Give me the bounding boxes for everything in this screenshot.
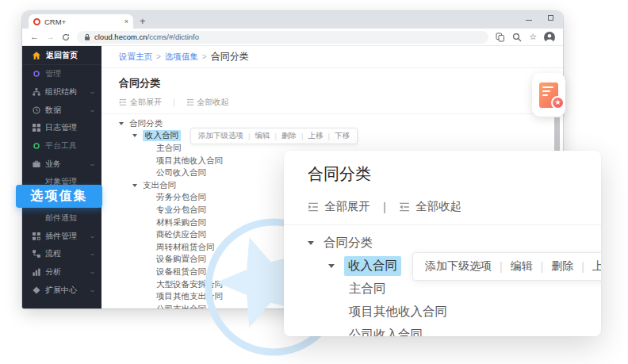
- expand-icon: [33, 286, 40, 294]
- collapse-all-icon: [186, 98, 194, 106]
- overlay-collapse-all-button[interactable]: 全部收起: [399, 199, 461, 214]
- stage: CRM+ × + ← → cloud.hecom.cn/ccms/#/dic: [0, 0, 628, 364]
- tree-node-label[interactable]: 项目其他支出合同: [156, 291, 223, 302]
- tree-node-label[interactable]: 收入合同: [143, 130, 181, 141]
- tree-caret-box[interactable]: [132, 184, 143, 187]
- tree-caret-box[interactable]: [132, 134, 143, 137]
- collapse-all-button[interactable]: 全部收起: [186, 97, 229, 108]
- tree-node[interactable]: 项目其他收入合同: [308, 301, 601, 324]
- sidebar-item-流程[interactable]: 流程⌄: [22, 245, 101, 263]
- tree-node-label[interactable]: 合同分类: [324, 235, 373, 251]
- sidebar-home-label: 返回首页: [46, 50, 78, 61]
- sidebar-item-扩展中心[interactable]: 扩展中心⌄: [22, 281, 101, 299]
- zoom-icon[interactable]: [512, 33, 522, 42]
- overlay-collapse-all-label: 全部收起: [415, 199, 461, 214]
- star-badge-icon: ★: [551, 96, 565, 109]
- expand-all-label: 全部展开: [130, 97, 162, 108]
- sidebar-callout-option-value-set[interactable]: 选项值集: [16, 185, 102, 208]
- toolbar-separator: |: [173, 98, 175, 107]
- action-删除[interactable]: 删除: [281, 131, 297, 141]
- tree-node-label[interactable]: 公司支出合同: [156, 304, 206, 308]
- overlay-toolbar-separator: |: [383, 200, 386, 213]
- sidebar-item-分析[interactable]: 分析⌄: [22, 263, 101, 282]
- url-bar[interactable]: cloud.hecom.cn/ccms/#/dictinfo: [77, 31, 488, 44]
- overlay-toolbar: 全部展开 | 全部收起: [308, 199, 601, 214]
- sidebar-item-管理[interactable]: 管理: [22, 65, 101, 83]
- tab-close-icon[interactable]: ×: [124, 18, 128, 25]
- document-icon: ★: [539, 82, 558, 108]
- bookmark-star-icon[interactable]: ☆: [529, 33, 537, 41]
- new-tab-button[interactable]: +: [140, 16, 146, 26]
- profile-avatar[interactable]: [544, 32, 555, 43]
- tree-node-label[interactable]: 主合同: [349, 281, 386, 297]
- refresh-icon[interactable]: [62, 33, 70, 41]
- tree-node-label[interactable]: 合同分类: [129, 118, 163, 129]
- tree-node-label[interactable]: 公司收入合同: [349, 327, 423, 336]
- tree-node-label[interactable]: 支出合同: [143, 180, 176, 191]
- action-编辑[interactable]: 编辑: [511, 259, 533, 274]
- tree-node[interactable]: 收入合同添加下级选项|编辑|删除|上移|下移: [308, 255, 601, 278]
- overlay-title: 合同分类: [308, 163, 601, 185]
- action-下移[interactable]: 下移: [335, 131, 350, 141]
- tree-node[interactable]: 主合同: [308, 278, 601, 301]
- tree-node-label[interactable]: 收入合同: [344, 256, 401, 276]
- caret-down-icon: [132, 184, 137, 187]
- tree-node-label[interactable]: 设备购置合同: [156, 254, 206, 265]
- tree-caret-box[interactable]: [119, 122, 129, 125]
- action-删除[interactable]: 删除: [551, 259, 573, 274]
- tree-node-label[interactable]: 设备租赁合同: [156, 266, 206, 278]
- chevron-down-icon: ⌄: [89, 251, 96, 257]
- page-title: 合同分类: [119, 76, 563, 90]
- action-添加下级选项[interactable]: 添加下级选项: [198, 131, 243, 141]
- tree-node-label[interactable]: 主合同: [156, 143, 182, 154]
- tree-node-label[interactable]: 大型设备安拆合同: [156, 279, 223, 290]
- tree-node[interactable]: 合同分类: [308, 232, 601, 255]
- caret-down-icon: [328, 264, 335, 268]
- tree-caret-box[interactable]: [328, 264, 344, 268]
- browser-tab[interactable]: CRM+ ×: [29, 14, 133, 29]
- tree-node-label[interactable]: 周转材租赁合同: [156, 242, 215, 253]
- sidebar-item-label: 邮件通知: [45, 213, 77, 224]
- tree-node-label[interactable]: 项目其他收入合同: [156, 155, 223, 167]
- expand-all-button[interactable]: 全部展开: [119, 97, 162, 108]
- action-separator: |: [301, 132, 303, 140]
- tree-node-label[interactable]: 材料采购合同: [156, 217, 206, 228]
- tree-node[interactable]: 公司收入合同: [308, 324, 601, 336]
- sidebar-item-平台工具[interactable]: 平台工具: [22, 137, 101, 155]
- tab-title: CRM+: [44, 17, 121, 26]
- breadcrumb-current: 合同分类: [211, 50, 249, 63]
- window-minimize-button[interactable]: [526, 20, 532, 21]
- action-编辑[interactable]: 编辑: [255, 131, 270, 141]
- tree-node-label[interactable]: 专业分包合同: [156, 205, 206, 216]
- tree-caret-box[interactable]: [308, 241, 324, 245]
- sidebar-item-插件管理[interactable]: 插件管理⌄: [22, 227, 101, 245]
- tree-node-label[interactable]: 商砼供应合同: [156, 229, 206, 240]
- tree-node-label[interactable]: 项目其他收入合同: [349, 304, 447, 320]
- sidebar-item-组织结构[interactable]: 组织结构⌄: [22, 83, 101, 102]
- overlay-expand-all-button[interactable]: 全部展开: [308, 199, 370, 214]
- sidebar-item-数据[interactable]: 数据⌄: [22, 101, 101, 119]
- action-上移[interactable]: 上移: [308, 131, 323, 141]
- chevron-down-icon: ⌄: [89, 89, 96, 95]
- forward-icon[interactable]: →: [46, 33, 55, 41]
- back-icon[interactable]: ←: [30, 33, 39, 41]
- clock-icon: [33, 106, 40, 114]
- breadcrumb-link[interactable]: 选项值集: [165, 52, 198, 63]
- pages-extension-icon[interactable]: [496, 33, 505, 42]
- tree-node-label[interactable]: 公司收入合同: [156, 167, 206, 178]
- zoom-overlay-panel: 合同分类 全部展开 | 全部收起 合同分类收入合同添加下级选项|编辑|删除|上移…: [284, 151, 601, 336]
- plugin-icon: [33, 232, 40, 240]
- action-separator: |: [327, 132, 329, 140]
- sidebar-item-业务[interactable]: 业务⌄: [22, 155, 101, 173]
- org-icon: [33, 88, 40, 96]
- sidebar-item-日志管理[interactable]: 日志管理: [22, 119, 101, 137]
- tree-node-label[interactable]: 劳务分包合同: [156, 192, 206, 203]
- action-添加下级选项[interactable]: 添加下级选项: [425, 259, 492, 274]
- flow-icon: [33, 250, 40, 258]
- sidebar-item-邮件通知[interactable]: 邮件通知: [22, 209, 101, 228]
- tree-node[interactable]: 收入合同添加下级选项|编辑|删除|上移|下移: [119, 130, 563, 143]
- sidebar-item-home[interactable]: 返回首页: [22, 46, 101, 65]
- action-上移[interactable]: 上移: [592, 259, 601, 274]
- breadcrumb-link[interactable]: 设置主页: [119, 52, 152, 63]
- window-restore-button[interactable]: [548, 15, 553, 21]
